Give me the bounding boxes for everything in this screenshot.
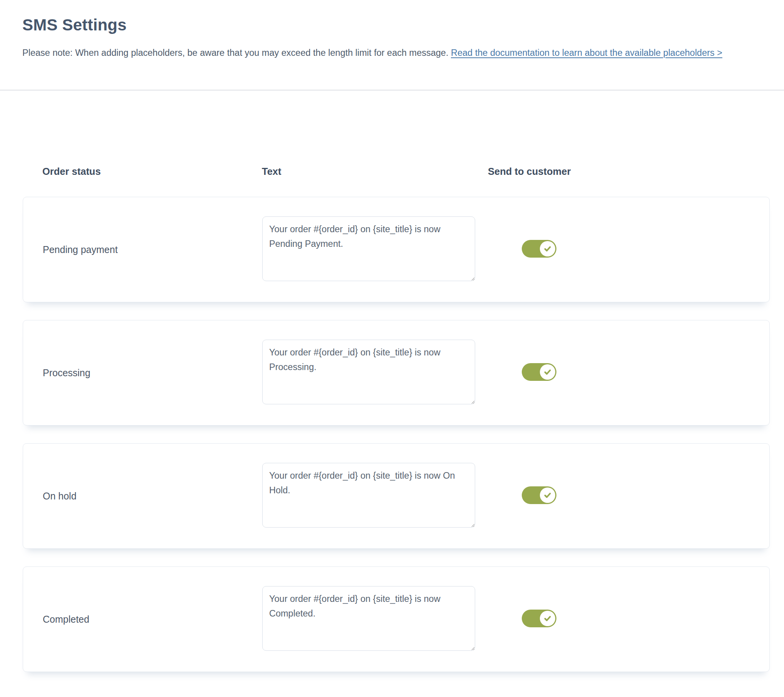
rows-container: Pending payment Processing [23, 197, 770, 672]
message-cell [262, 463, 488, 529]
message-textarea[interactable] [262, 586, 475, 651]
toggle-cell [488, 240, 750, 259]
toggle-knob [540, 241, 555, 256]
order-status-label: Pending payment [43, 244, 262, 255]
send-to-customer-toggle[interactable] [522, 240, 556, 258]
message-textarea[interactable] [262, 463, 475, 528]
message-cell [262, 586, 488, 652]
header-divider [0, 90, 784, 90]
checkmark-icon [543, 490, 553, 500]
message-cell [262, 340, 488, 406]
placeholder-note: Please note: When adding placeholders, b… [22, 45, 759, 60]
toggle-knob [540, 488, 555, 503]
toggle-knob [540, 611, 555, 626]
documentation-link[interactable]: Read the documentation to learn about th… [451, 48, 722, 58]
settings-table: Order status Text Send to customer Pendi… [0, 165, 784, 672]
message-cell [262, 216, 488, 283]
toggle-knob [540, 364, 555, 380]
order-status-label: On hold [43, 491, 262, 502]
order-status-label: Processing [43, 367, 262, 379]
checkmark-icon [543, 367, 553, 377]
sms-status-row: On hold [23, 443, 770, 549]
checkmark-icon [543, 244, 553, 254]
send-to-customer-toggle[interactable] [522, 363, 556, 381]
table-header-row: Order status Text Send to customer [23, 165, 770, 178]
toggle-cell [488, 486, 750, 506]
column-header-send-to-customer: Send to customer [488, 165, 750, 178]
sms-status-row: Completed [23, 566, 770, 672]
page-title: SMS Settings [22, 15, 762, 35]
send-to-customer-toggle[interactable] [522, 486, 556, 504]
checkmark-icon [543, 613, 553, 623]
sms-status-row: Pending payment [23, 197, 770, 302]
sms-status-row: Processing [23, 320, 770, 426]
message-textarea[interactable] [262, 216, 475, 281]
note-text: Please note: When adding placeholders, b… [22, 48, 448, 58]
message-textarea[interactable] [262, 340, 475, 404]
column-header-order-status: Order status [42, 165, 262, 178]
send-to-customer-toggle[interactable] [522, 610, 556, 627]
page-header: SMS Settings Please note: When adding pl… [0, 0, 784, 60]
column-header-text: Text [262, 165, 488, 178]
order-status-label: Completed [43, 614, 262, 625]
toggle-cell [488, 610, 750, 629]
toggle-cell [488, 363, 750, 382]
